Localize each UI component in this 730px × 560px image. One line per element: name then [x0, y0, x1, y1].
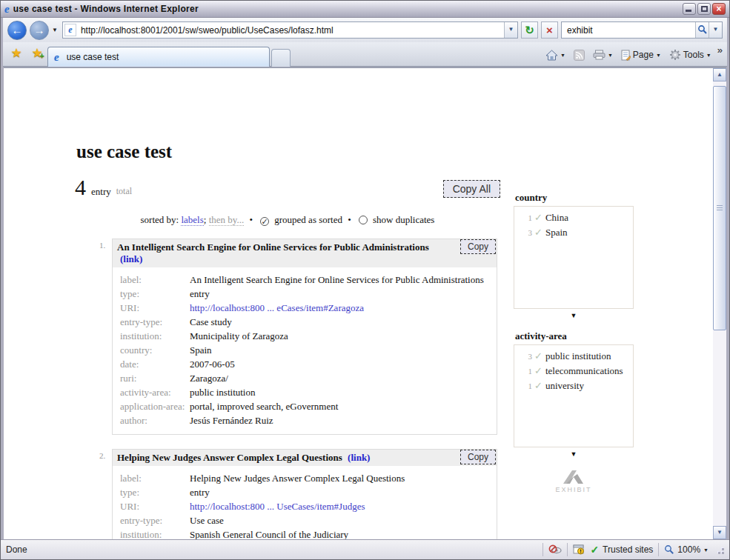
field-row: institution: Spanish General Council of … [120, 527, 491, 539]
facet-title: activity-area [515, 330, 634, 342]
facet-resize-icon[interactable]: ▼ [514, 312, 634, 319]
facet-value-item[interactable]: 1 ✓ telecommunications [514, 364, 633, 379]
field-row: ruri: Zaragoza/ [120, 371, 491, 385]
field-value: Municipality of Zaragoza [190, 329, 491, 343]
tools-menu-button[interactable]: Tools ▼ [666, 47, 714, 62]
gear-icon [669, 49, 681, 61]
sort-controls: sorted by: labels; then by... •✓ grouped… [75, 214, 500, 226]
facet-resize-icon[interactable]: ▼ [514, 450, 634, 458]
url-input[interactable] [79, 24, 504, 36]
facet-count: 3 [514, 349, 532, 364]
facet: country 1 ✓ China 3 ✓ Spain ▼ [514, 192, 634, 319]
page-dropdown-icon[interactable]: ▼ [656, 53, 661, 58]
entry-ordinal: 1. [99, 241, 105, 250]
stop-button[interactable]: × [541, 21, 558, 39]
history-dropdown-icon[interactable]: ▼ [52, 27, 58, 33]
feeds-button[interactable] [571, 48, 588, 62]
facet-value-label: Spain [545, 225, 568, 240]
copy-all-button[interactable]: Copy All [443, 180, 500, 198]
page-icon [621, 50, 631, 61]
scrollbar-grip-icon [717, 205, 723, 212]
facet-value-item[interactable]: 1 ✓ China [514, 210, 633, 225]
field-value[interactable]: http://localhost:800 ... UseCases/item#J… [190, 499, 491, 513]
restore-button[interactable] [697, 3, 711, 15]
address-dropdown-icon[interactable]: ▼ [504, 22, 517, 38]
page-menu-label: Page [633, 50, 654, 60]
entry-title: An Intelligent Search Engine for Online … [117, 241, 429, 253]
tab-use-case-test[interactable]: e use case test [47, 47, 270, 67]
field-label: institution: [120, 329, 190, 343]
search-dropdown-icon[interactable]: ▼ [709, 22, 722, 38]
scroll-down-button[interactable]: ▼ [713, 526, 726, 539]
copy-button[interactable]: Copy [460, 450, 496, 464]
star-icon: ★ [10, 46, 21, 60]
zoom-dropdown-icon[interactable]: ▼ [703, 547, 709, 553]
field-row: type: entry [120, 485, 491, 499]
print-button[interactable]: ▼ [590, 48, 616, 61]
add-favorite-button[interactable]: ★+ [27, 44, 47, 64]
star-plus-icon: ★+ [31, 46, 42, 60]
entry-link[interactable]: (link) [348, 452, 370, 463]
facet-box: 1 ✓ China 3 ✓ Spain [514, 206, 634, 309]
field-row: country: Spain [120, 343, 491, 357]
field-value: public institution [190, 385, 491, 399]
home-dropdown-icon[interactable]: ▼ [560, 53, 565, 58]
favorites-button[interactable]: ★ [7, 44, 26, 64]
search-button[interactable] [695, 22, 709, 38]
exhibit-logo: EXHIBIT [514, 469, 634, 493]
zoom-level: 100% [677, 544, 700, 555]
refresh-button[interactable]: ↻ [521, 21, 538, 39]
entry-link[interactable]: (link) [120, 253, 142, 264]
field-label: entry-type: [120, 513, 190, 527]
page-menu-button[interactable]: Page ▼ [618, 48, 664, 62]
search-input[interactable] [565, 24, 695, 36]
address-bar[interactable]: e ▼ [62, 21, 518, 39]
scroll-up-button[interactable]: ▲ [713, 68, 726, 81]
sort-primary-link[interactable]: labels [181, 214, 203, 226]
field-value[interactable]: http://localhost:800 ... eCases/item#Zar… [190, 301, 491, 315]
home-button[interactable]: ▼ [542, 48, 568, 62]
field-row: institution: Municipality of Zaragoza [120, 329, 491, 343]
forward-button[interactable]: → [30, 21, 49, 40]
printer-icon [593, 50, 605, 60]
scrollbar-thumb[interactable] [713, 86, 726, 330]
field-value: entry [190, 287, 491, 301]
statusbar-divider [658, 543, 659, 556]
toolbar-overflow-icon[interactable]: » [717, 44, 723, 56]
sort-separator: ; [204, 214, 207, 225]
facet-count: 3 [514, 225, 532, 240]
security-zone[interactable]: ✓ Trusted sites [590, 544, 653, 556]
vertical-scrollbar[interactable]: ▲ ▼ [713, 68, 726, 539]
rss-icon [574, 50, 585, 61]
entry-list: 1. An Intelligent Search Engine for Onli… [75, 239, 500, 539]
field-row: date: 2007-06-05 [120, 357, 491, 371]
field-label: country: [120, 343, 190, 357]
tab-bar: ★ ★+ e use case test ▼ [3, 42, 727, 67]
field-row: label: An Intelligent Search Engine for … [120, 273, 491, 287]
then-by-link[interactable]: then by... [209, 214, 245, 226]
result-count: 4 [75, 177, 86, 198]
minimize-button[interactable] [683, 3, 696, 15]
facet-box: 3 ✓ public institution 1 ✓ telecommunica… [514, 344, 634, 447]
facet-count: 1 [514, 364, 532, 379]
entry-title: Helping New Judges Answer Complex Legal … [117, 452, 345, 463]
new-tab-button[interactable] [271, 49, 291, 67]
page-content: use case test 4 entry total Copy All sor… [4, 68, 713, 539]
tools-dropdown-icon[interactable]: ▼ [706, 53, 711, 58]
field-row: label: Helping New Judges Answer Complex… [120, 471, 491, 485]
grouped-toggle[interactable]: ✓ [260, 217, 269, 226]
zone-label: Trusted sites [603, 544, 653, 555]
back-button[interactable]: ← [7, 21, 27, 40]
facet-value-item[interactable]: 3 ✓ Spain [514, 225, 633, 240]
duplicates-toggle[interactable] [359, 216, 368, 224]
search-box[interactable]: ▼ [561, 21, 723, 39]
zoom-control[interactable]: 100% ▼ [664, 544, 709, 555]
copy-button[interactable]: Copy [460, 239, 496, 254]
facet-value-item[interactable]: 1 ✓ university [514, 379, 633, 393]
exhibit-logo-icon [562, 469, 585, 485]
close-button[interactable]: × [712, 3, 726, 15]
print-dropdown-icon[interactable]: ▼ [608, 53, 613, 58]
field-row: entry-type: Use case [120, 513, 491, 527]
facet-value-item[interactable]: 3 ✓ public institution [514, 349, 633, 364]
resize-grip[interactable] [715, 545, 724, 554]
